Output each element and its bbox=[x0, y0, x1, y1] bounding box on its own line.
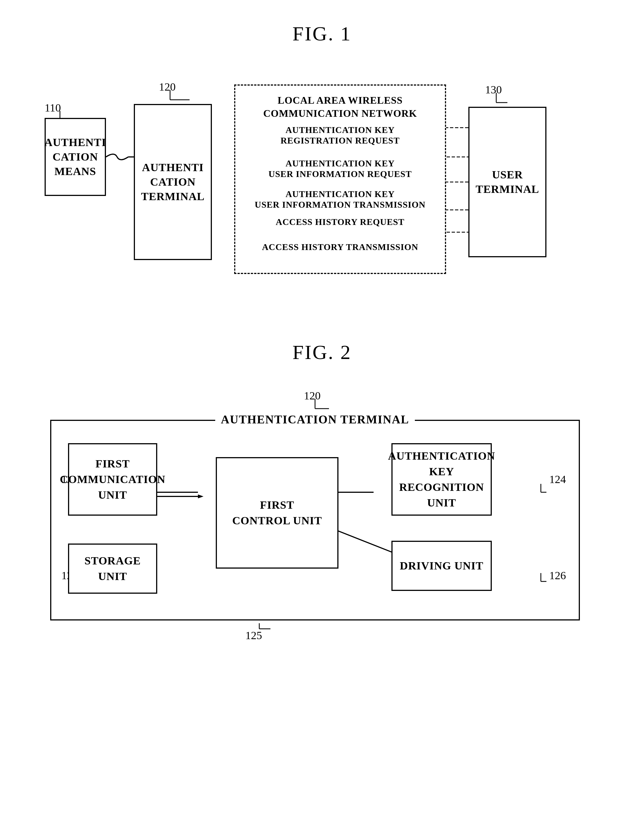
arrow5-label: ACCESS HISTORY TRANSMISSION bbox=[241, 242, 439, 252]
auth-terminal-box: AUTHENTICATIONTERMINAL bbox=[134, 104, 212, 260]
storage-unit-label: STORAGE UNIT bbox=[69, 553, 156, 584]
arrow1-label: AUTHENTICATION KEYREGISTRATION REQUEST bbox=[241, 125, 439, 146]
driving-unit-box: DRIVING UNIT bbox=[391, 541, 492, 591]
fig2-ref-125: 125 bbox=[245, 629, 262, 642]
auth-terminal-outer-box: AUTHENTICATION TERMINAL FIRSTCOMMUNICATI… bbox=[50, 420, 580, 621]
fig1-container: 110 bbox=[33, 62, 611, 313]
fig2-title: FIG. 2 bbox=[33, 341, 611, 364]
driving-unit-label: DRIVING UNIT bbox=[400, 558, 483, 574]
lawcn-title: LOCAL AREA WIRELESSCOMMUNICATION NETWORK bbox=[235, 94, 445, 120]
first-control-unit-box: FIRSTCONTROL UNIT bbox=[216, 457, 338, 569]
fig2-container: 120 bbox=[33, 386, 611, 665]
arrow2-label: AUTHENTICATION KEYUSER INFORMATION REQUE… bbox=[241, 158, 439, 179]
first-comm-unit-box: FIRSTCOMMUNICATIONUNIT bbox=[68, 443, 157, 516]
storage-unit-box: STORAGE UNIT bbox=[68, 543, 157, 594]
first-control-unit-label: FIRSTCONTROL UNIT bbox=[232, 497, 322, 529]
auth-key-recognition-label: AUTHENTICATIONKEY RECOGNITIONUNIT bbox=[388, 448, 495, 511]
ref-130: 130 bbox=[485, 83, 502, 96]
auth-terminal-outer-label: AUTHENTICATION TERMINAL bbox=[215, 413, 415, 426]
auth-means-label: AUTHENTICATIONMEANS bbox=[44, 135, 106, 179]
arrow4-label: ACCESS HISTORY REQUEST bbox=[241, 217, 439, 227]
user-terminal-label: USER TERMINAL bbox=[469, 167, 545, 197]
ref-120: 120 bbox=[159, 80, 176, 94]
user-terminal-box: USER TERMINAL bbox=[468, 107, 546, 257]
auth-terminal-label: AUTHENTICATIONTERMINAL bbox=[141, 160, 205, 204]
auth-means-box: AUTHENTICATIONMEANS bbox=[45, 118, 106, 196]
fig2-ref-120: 120 bbox=[304, 389, 320, 402]
ref-110: 110 bbox=[45, 101, 61, 114]
lawcn-box: LOCAL AREA WIRELESSCOMMUNICATION NETWORK… bbox=[234, 84, 446, 274]
first-comm-unit-label: FIRSTCOMMUNICATIONUNIT bbox=[60, 456, 166, 503]
page: FIG. 1 110 bbox=[0, 0, 644, 827]
auth-key-recognition-box: AUTHENTICATIONKEY RECOGNITIONUNIT bbox=[391, 443, 492, 516]
arrow3-label: AUTHENTICATION KEYUSER INFORMATION TRANS… bbox=[241, 189, 439, 210]
fig1-title: FIG. 1 bbox=[33, 22, 611, 45]
